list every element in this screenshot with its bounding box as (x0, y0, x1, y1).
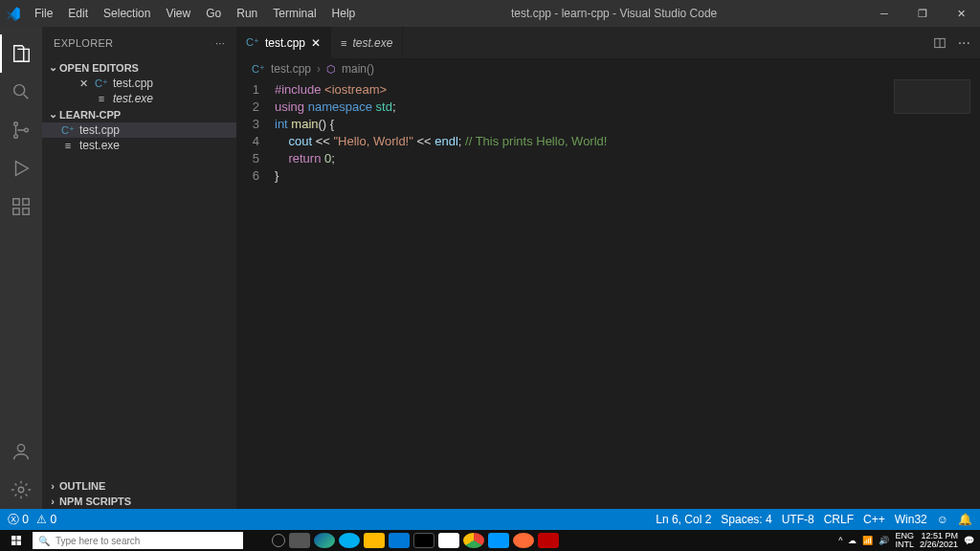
breadcrumb-file[interactable]: test.cpp (271, 62, 311, 76)
section-outline[interactable]: › OUTLINE (42, 478, 236, 494)
status-spaces[interactable]: Spaces: 4 (721, 513, 771, 526)
slack-icon[interactable] (438, 533, 459, 548)
search-placeholder: Type here to search (56, 536, 140, 546)
feedback-icon[interactable]: ☺ (937, 513, 948, 526)
open-editor-item[interactable]: ✕ C⁺ test.cpp (42, 76, 236, 91)
close-button[interactable]: ✕ (942, 0, 980, 27)
file-explorer-icon[interactable] (364, 533, 385, 548)
maximize-button[interactable]: ❐ (903, 0, 942, 27)
editor-area: C⁺ test.cpp ✕ ≡ test.exe ··· C⁺ test.cpp… (236, 27, 980, 509)
menu-help[interactable]: Help (324, 7, 364, 20)
close-icon[interactable]: ✕ (311, 36, 321, 50)
svg-rect-7 (23, 199, 29, 205)
line-numbers: 123 456 (236, 81, 275, 185)
activity-settings-icon[interactable] (0, 471, 42, 509)
title-bar: File Edit Selection View Go Run Terminal… (0, 0, 980, 27)
taskview-icon[interactable] (289, 533, 310, 548)
more-icon[interactable]: ··· (215, 37, 225, 49)
terminal-icon[interactable] (413, 533, 434, 548)
file-label: test.exe (113, 92, 153, 105)
status-eol[interactable]: CRLF (824, 513, 854, 526)
menu-terminal[interactable]: Terminal (265, 7, 323, 20)
section-label: LEARN-CPP (59, 109, 121, 121)
minimap[interactable] (894, 79, 970, 114)
tab-test-exe[interactable]: ≡ test.exe (331, 27, 403, 58)
file-item[interactable]: C⁺ test.cpp (42, 122, 236, 138)
binary-file-icon: ≡ (95, 93, 108, 104)
volume-icon[interactable]: 🔊 (879, 536, 889, 545)
activity-explorer-icon[interactable] (0, 34, 42, 73)
status-warnings[interactable]: ⚠ 0 (36, 513, 56, 526)
activity-extensions-icon[interactable] (0, 187, 42, 226)
taskbar-apps (272, 533, 559, 548)
activity-scm-icon[interactable] (0, 111, 42, 149)
close-icon[interactable]: ✕ (77, 77, 90, 90)
tray-keyboard[interactable]: INTL (895, 540, 914, 549)
tab-test-cpp[interactable]: C⁺ test.cpp ✕ (236, 27, 331, 58)
action-center-icon[interactable]: 💬 (964, 536, 974, 545)
chevron-down-icon: ⌄ (46, 108, 59, 121)
minimize-button[interactable]: ─ (865, 0, 903, 27)
notifications-icon[interactable]: 🔔 (958, 513, 972, 526)
section-npm[interactable]: › NPM SCRIPTS (42, 494, 236, 509)
activity-search-icon[interactable] (0, 73, 42, 111)
menu-run[interactable]: Run (229, 7, 265, 20)
file-label: test.exe (79, 139, 120, 152)
chevron-right-icon: › (46, 480, 59, 492)
menu-view[interactable]: View (158, 7, 198, 20)
status-encoding[interactable]: UTF-8 (782, 513, 814, 526)
activity-account-icon[interactable] (0, 432, 42, 471)
wifi-icon[interactable]: 📶 (862, 536, 873, 545)
file-label: test.cpp (79, 123, 120, 137)
windows-taskbar: 🔍 Type here to search ^ ☁ 📶 🔊 ENG INTL 1… (0, 530, 980, 551)
start-button[interactable] (0, 530, 33, 551)
vscode-taskbar-icon[interactable] (488, 533, 509, 548)
menu-go[interactable]: Go (198, 7, 229, 20)
status-errors[interactable]: ⓧ 0 (8, 512, 29, 528)
filezilla-icon[interactable] (538, 533, 559, 548)
file-label: test.cpp (113, 77, 153, 90)
symbol-method-icon: ⬡ (326, 63, 336, 76)
menu-file[interactable]: File (27, 7, 60, 20)
svg-point-8 (17, 445, 24, 452)
activity-debug-icon[interactable] (0, 149, 42, 187)
svg-rect-6 (23, 209, 29, 214)
skype-icon[interactable] (339, 533, 360, 548)
taskbar-search[interactable]: 🔍 Type here to search (33, 532, 243, 549)
svg-point-1 (14, 122, 18, 126)
code-editor[interactable]: 123 456 #include <iostream> using namesp… (236, 79, 980, 185)
status-language[interactable]: C++ (863, 513, 885, 526)
chrome-icon[interactable] (463, 533, 484, 548)
section-label: OUTLINE (59, 480, 105, 492)
status-cursor[interactable]: Ln 6, Col 2 (656, 513, 711, 526)
status-target[interactable]: Win32 (895, 513, 927, 526)
svg-point-9 (18, 487, 24, 493)
svg-point-3 (25, 128, 29, 132)
svg-point-2 (14, 135, 18, 139)
svg-rect-13 (11, 541, 16, 546)
menu-edit[interactable]: Edit (60, 7, 96, 20)
breadcrumb[interactable]: C⁺ test.cpp › ⬡ main() (236, 58, 980, 79)
section-folder[interactable]: ⌄ LEARN-CPP (42, 106, 236, 122)
cpp-file-icon: C⁺ (95, 77, 108, 90)
activity-bar (0, 27, 42, 509)
postman-icon[interactable] (513, 533, 534, 548)
code-content[interactable]: #include <iostream> using namespace std;… (275, 81, 980, 185)
file-item[interactable]: ≡ test.exe (42, 138, 236, 153)
tray-chevron-icon[interactable]: ^ (838, 536, 842, 545)
svg-rect-5 (13, 209, 19, 214)
split-editor-icon[interactable] (933, 36, 947, 50)
cortana-icon[interactable] (272, 534, 285, 547)
tray-date[interactable]: 2/26/2021 (920, 540, 958, 549)
edge-icon[interactable] (314, 533, 335, 548)
search-icon: 🔍 (38, 536, 50, 546)
store-icon[interactable] (389, 533, 410, 548)
open-editor-item[interactable]: ≡ test.exe (42, 91, 236, 106)
chevron-right-icon: › (317, 62, 321, 76)
section-open-editors[interactable]: ⌄ OPEN EDITORS (42, 59, 236, 76)
breadcrumb-symbol[interactable]: main() (342, 62, 374, 76)
menu-selection[interactable]: Selection (96, 7, 158, 20)
more-actions-icon[interactable]: ··· (958, 34, 970, 52)
onedrive-icon[interactable]: ☁ (848, 536, 857, 545)
cpp-file-icon: C⁺ (252, 63, 265, 76)
